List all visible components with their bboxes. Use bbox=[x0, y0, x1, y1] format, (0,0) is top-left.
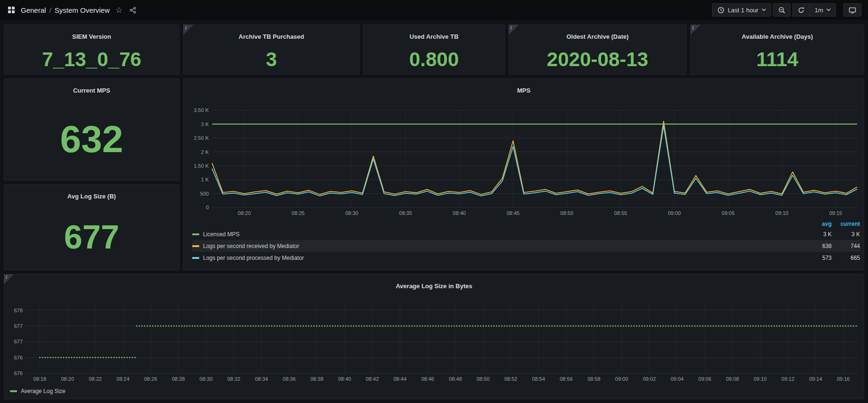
svg-text:08:28: 08:28 bbox=[172, 376, 185, 382]
share-icon[interactable] bbox=[128, 6, 137, 15]
svg-text:3 K: 3 K bbox=[201, 121, 209, 127]
legend-row-received: Logs per second received by Mediator 638… bbox=[192, 240, 860, 252]
svg-text:0: 0 bbox=[206, 205, 209, 210]
svg-text:09:10: 09:10 bbox=[775, 210, 789, 216]
chevron-down-icon bbox=[826, 9, 831, 11]
svg-text:09:15: 09:15 bbox=[829, 210, 842, 216]
svg-text:09:06: 09:06 bbox=[698, 376, 712, 382]
stat-row: SIEM Version 7_13_0_76 Archive TB Purcha… bbox=[4, 25, 864, 75]
series-current-value: 3 K bbox=[832, 231, 860, 238]
svg-text:09:04: 09:04 bbox=[671, 376, 684, 382]
series-color-marker bbox=[10, 390, 17, 392]
svg-text:09:00: 09:00 bbox=[668, 210, 681, 216]
breadcrumb: General / System Overview bbox=[21, 6, 110, 14]
legend-row-processed: Logs per second processed by Mediator 57… bbox=[192, 252, 860, 264]
svg-text:676: 676 bbox=[14, 370, 23, 376]
svg-text:08:50: 08:50 bbox=[561, 210, 574, 216]
stat-panel-available-archive-days: Available Archive (Days) 1114 bbox=[690, 25, 864, 75]
series-label[interactable]: Licensed MPS bbox=[203, 231, 803, 238]
legend-col-current[interactable]: current bbox=[832, 221, 860, 227]
svg-text:677: 677 bbox=[14, 323, 23, 329]
svg-text:1.50 K: 1.50 K bbox=[194, 163, 209, 168]
avg-log-size-legend: Average Log Size bbox=[4, 386, 864, 399]
series-label[interactable]: Average Log Size bbox=[21, 388, 66, 394]
svg-text:08:36: 08:36 bbox=[283, 376, 296, 382]
breadcrumb-title[interactable]: System Overview bbox=[55, 6, 110, 14]
breadcrumb-folder[interactable]: General bbox=[21, 6, 46, 14]
series-color-marker bbox=[192, 233, 199, 235]
svg-text:09:16: 09:16 bbox=[837, 376, 850, 382]
bottom-row: Average Log Size in Bytes 08:1808:2008:2… bbox=[4, 274, 864, 399]
series-label[interactable]: Logs per second received by Mediator bbox=[203, 243, 803, 249]
svg-text:08:58: 08:58 bbox=[587, 376, 601, 382]
panel-title[interactable]: Used Archive TB bbox=[364, 30, 504, 43]
panel-info-icon[interactable] bbox=[509, 25, 519, 35]
svg-text:08:54: 08:54 bbox=[532, 376, 545, 382]
svg-text:3.50 K: 3.50 K bbox=[194, 107, 209, 113]
series-color-marker bbox=[192, 245, 199, 247]
svg-text:08:34: 08:34 bbox=[255, 376, 268, 382]
svg-text:500: 500 bbox=[200, 190, 209, 196]
svg-text:09:02: 09:02 bbox=[643, 376, 656, 382]
svg-text:09:08: 09:08 bbox=[726, 376, 739, 382]
main-row: Current MPS 632 Avg Log Size (B) 677 MPS… bbox=[4, 78, 864, 270]
avg-log-size-chart-panel: Average Log Size in Bytes 08:1808:2008:2… bbox=[4, 274, 864, 399]
stat-value: 7_13_0_76 bbox=[4, 49, 179, 74]
series-label[interactable]: Logs per second processed by Mediator bbox=[203, 255, 803, 261]
svg-text:08:32: 08:32 bbox=[227, 376, 240, 382]
stat-value: 632 bbox=[4, 103, 179, 180]
svg-text:08:30: 08:30 bbox=[200, 376, 213, 382]
time-range-picker[interactable]: Last 1 hour bbox=[712, 3, 771, 17]
refresh-interval-dropdown[interactable]: 1m bbox=[809, 3, 836, 17]
svg-text:09:10: 09:10 bbox=[754, 376, 767, 382]
panel-title[interactable]: Avg Log Size (B) bbox=[4, 190, 179, 203]
refresh-button[interactable] bbox=[792, 3, 809, 17]
cycle-view-mode-button[interactable] bbox=[843, 3, 861, 17]
time-range-label: Last 1 hour bbox=[728, 7, 758, 14]
zoom-out-button[interactable] bbox=[773, 3, 791, 17]
legend-header: avg current bbox=[192, 220, 860, 228]
svg-text:678: 678 bbox=[14, 307, 23, 313]
svg-text:08:46: 08:46 bbox=[421, 376, 434, 382]
stat-panel-oldest-archive-date: Oldest Archive (Date) 2020-08-13 bbox=[509, 25, 687, 75]
svg-text:2.50 K: 2.50 K bbox=[194, 135, 209, 141]
series-current-value: 665 bbox=[832, 255, 860, 261]
svg-text:08:26: 08:26 bbox=[144, 376, 157, 382]
svg-text:08:40: 08:40 bbox=[338, 376, 351, 382]
panel-info-icon[interactable] bbox=[690, 25, 701, 35]
svg-text:08:30: 08:30 bbox=[345, 210, 358, 216]
clock-icon bbox=[717, 7, 724, 14]
panel-title[interactable]: Archive TB Purchased bbox=[184, 30, 359, 43]
avg-log-size-chart[interactable]: 08:1808:2008:2208:2408:2608:2808:3008:32… bbox=[4, 298, 864, 386]
panel-title[interactable]: SIEM Version bbox=[4, 30, 179, 43]
star-icon[interactable]: ☆ bbox=[114, 5, 123, 15]
panel-title[interactable]: Oldest Archive (Date) bbox=[509, 30, 686, 43]
svg-text:08:48: 08:48 bbox=[449, 376, 462, 382]
svg-text:08:45: 08:45 bbox=[507, 210, 520, 216]
refresh-icon bbox=[798, 7, 805, 14]
panel-info-icon[interactable] bbox=[183, 25, 194, 35]
series-avg-value: 3 K bbox=[803, 231, 832, 238]
panel-title[interactable]: Available Archive (Days) bbox=[691, 30, 864, 43]
svg-text:08:22: 08:22 bbox=[89, 376, 102, 382]
svg-text:08:50: 08:50 bbox=[477, 376, 490, 382]
mps-chart-panel: MPS 08:2008:2508:3008:3508:4008:4508:500… bbox=[183, 78, 864, 270]
stat-value: 0.800 bbox=[364, 49, 504, 74]
panel-title[interactable]: MPS bbox=[184, 84, 864, 97]
panel-info-icon[interactable] bbox=[4, 274, 14, 284]
panel-title[interactable]: Current MPS bbox=[4, 84, 179, 97]
svg-text:09:05: 09:05 bbox=[722, 210, 735, 216]
legend-row-licensed-mps: Licensed MPS 3 K 3 K bbox=[192, 228, 860, 240]
svg-text:09:00: 09:00 bbox=[615, 376, 629, 382]
series-current-value: 744 bbox=[832, 243, 860, 249]
stat-panel-current-mps: Current MPS 632 bbox=[4, 78, 179, 180]
svg-text:08:25: 08:25 bbox=[291, 210, 305, 216]
legend-col-avg[interactable]: avg bbox=[803, 221, 832, 227]
chevron-down-icon bbox=[762, 9, 766, 11]
dashboards-icon[interactable] bbox=[7, 5, 16, 15]
panel-title[interactable]: Average Log Size in Bytes bbox=[4, 280, 864, 293]
stat-value: 1114 bbox=[691, 49, 864, 74]
mps-chart[interactable]: 08:2008:2508:3008:3508:4008:4508:5008:55… bbox=[184, 103, 864, 220]
series-color-marker bbox=[192, 257, 199, 259]
svg-text:08:24: 08:24 bbox=[117, 376, 130, 382]
